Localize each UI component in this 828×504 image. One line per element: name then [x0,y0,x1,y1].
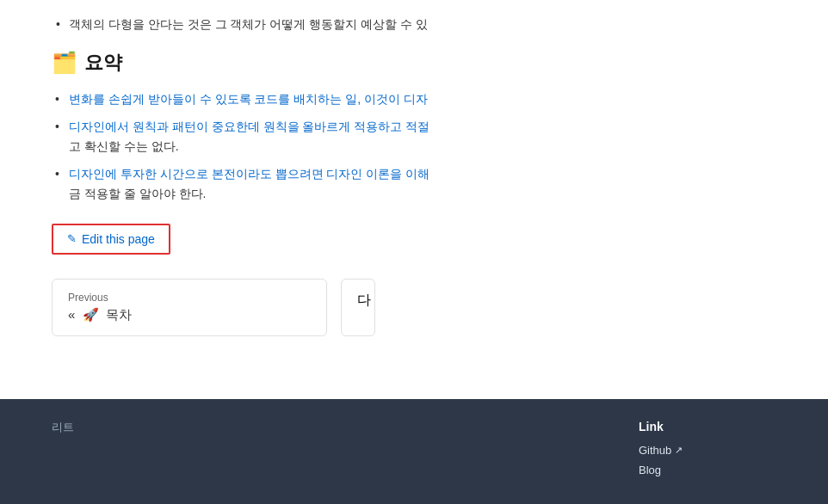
footer-left: 리트 [52,420,639,435]
footer: 리트 Link Github ↗ Blog [0,399,828,504]
prev-nav-title: « 🚀 목차 [68,307,311,323]
edit-button-label: Edit this page [82,232,155,246]
bullet-2-suffix: 고 확신할 수는 없다. [69,139,179,153]
footer-github-link[interactable]: Github ↗ [639,444,776,457]
footer-link-heading: Link [639,420,776,433]
prev-arrow: « [68,307,75,322]
footer-github-label: Github [639,444,671,457]
list-item: 디자인에서 원칙과 패턴이 중요한데 원칙을 올바르게 적용하고 적절 고 확신… [52,117,776,156]
bullet-3-suffix: 금 적용할 줄 알아야 한다. [69,187,206,200]
edit-button-wrapper: ✎ Edit this page [52,224,776,255]
next-partial-text: 다 [357,292,371,307]
footer-blog-label: Blog [639,464,661,476]
bullet-2-prefix: 디자인에서 원칙과 패턴이 중요한데 원칙을 올바르게 적용하고 적절 [69,120,429,133]
prev-title-text: 목차 [106,307,132,322]
edit-page-button[interactable]: ✎ Edit this page [52,224,170,255]
list-item: 디자인에 투자한 시간으로 본전이라도 뽑으려면 디자인 이론을 이해 금 적용… [52,164,776,203]
main-content: 객체의 다형을 안다는 것은 그 객체가 어떻게 행동할지 예상할 수 있 🗂️… [0,0,828,399]
footer-blog-link[interactable]: Blog [639,464,776,476]
footer-link-section: Link Github ↗ Blog [639,420,776,483]
nav-cards: Previous « 🚀 목차 다 [52,279,776,336]
prev-emoji: 🚀 [83,307,99,322]
summary-title: 요약 [84,50,122,76]
pencil-icon: ✎ [67,232,77,245]
summary-heading: 🗂️ 요약 [52,50,776,76]
summary-bullet-list: 변화를 손쉽게 받아들이 수 있도록 코드를 배치하는 일, 이것이 디자 디자… [52,89,776,203]
bullet-1-text: 변화를 손쉽게 받아들이 수 있도록 코드를 배치하는 일, 이것이 디자 [69,92,428,106]
top-bullet-text: 객체의 다형을 안다는 것은 그 객체가 어떻게 행동할지 예상할 수 있 [69,17,428,31]
page-wrapper: 객체의 다형을 안다는 것은 그 객체가 어떻게 행동할지 예상할 수 있 🗂️… [0,0,828,504]
prev-nav-card[interactable]: Previous « 🚀 목차 [52,279,327,336]
prev-nav-label: Previous [68,292,311,304]
footer-left-text: 리트 [52,420,74,435]
summary-icon: 🗂️ [52,51,77,75]
bullet-3-prefix: 디자인에 투자한 시간으로 본전이라도 뽑으려면 디자인 이론을 이해 [69,167,429,181]
next-nav-card-partial[interactable]: 다 [341,279,375,336]
list-item: 변화를 손쉽게 받아들이 수 있도록 코드를 배치하는 일, 이것이 디자 [52,89,776,108]
top-truncated-bullet: 객체의 다형을 안다는 것은 그 객체가 어떻게 행동할지 예상할 수 있 [52,17,776,33]
external-link-icon: ↗ [675,445,683,456]
